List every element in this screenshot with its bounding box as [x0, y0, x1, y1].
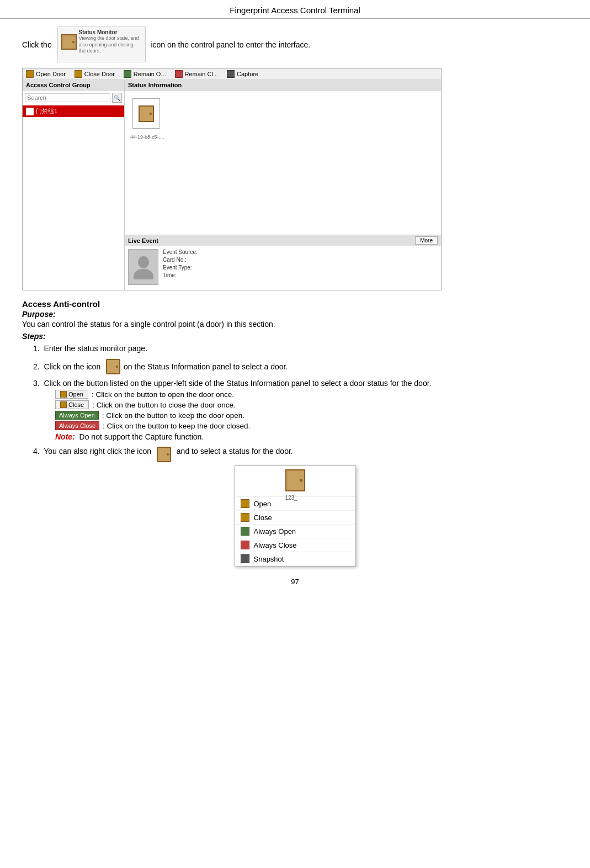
- step1: 1. Enter the status monitor page.: [33, 343, 568, 354]
- door-card[interactable]: [132, 98, 160, 129]
- purpose-text: You can control the status for a single …: [22, 320, 568, 329]
- button-item-always-close: Always Close : Click on the button to ke…: [55, 421, 568, 430]
- open-btn-label: Open: [55, 390, 88, 399]
- cm-door-icon: [285, 469, 305, 491]
- open-door-btn[interactable]: Open Door: [36, 71, 66, 77]
- cm-header-inner: 123_: [285, 469, 305, 493]
- svg-point-0: [138, 256, 149, 268]
- always-close-btn-label: Always Close: [55, 421, 99, 430]
- interface-screenshot: Open Door Close Door Remain O... Remain …: [22, 68, 442, 290]
- group-item[interactable]: 门禁组1: [23, 105, 124, 117]
- button-list: Open : Click on the button to open the d…: [55, 390, 568, 430]
- close-btn-icon: [60, 401, 67, 408]
- event-info: Event Source: Card No.: Event Type: Time…: [158, 249, 198, 287]
- capture-btn[interactable]: Capture: [237, 71, 258, 77]
- door-image: [139, 105, 154, 122]
- cm-always-open-icon: [241, 527, 249, 536]
- cm-item-snapshot[interactable]: Snapshot: [235, 552, 355, 566]
- always-open-btn-label: Always Open: [55, 411, 99, 420]
- open-btn-icon: [60, 391, 67, 398]
- remain-close-btn[interactable]: Remain Cl...: [185, 71, 219, 77]
- avatar-placeholder: [128, 249, 158, 285]
- live-event-bar: Live Event More: [125, 235, 441, 246]
- live-event-content: Event Source: Card No.: Event Type: Time…: [125, 246, 441, 290]
- card-no-label: Card No.:: [163, 257, 198, 263]
- event-type-label: Event Type:: [163, 264, 198, 271]
- page-number: 97: [22, 578, 568, 586]
- steps-label: Steps:: [22, 332, 568, 341]
- cm-door-label: 123_: [285, 495, 297, 501]
- search-icon[interactable]: 🔍: [112, 93, 122, 103]
- interface-toolbar: Open Door Close Door Remain O... Remain …: [23, 68, 441, 80]
- left-panel: Access Control Group 🔍 门禁组1: [23, 80, 125, 290]
- icon-desc-text: icon on the control panel to enter the i…: [151, 40, 310, 49]
- note: Note: Do not support the Capture functio…: [55, 432, 568, 441]
- context-menu-header: 123_: [235, 466, 355, 497]
- section-heading: Access Anti-control: [22, 299, 568, 309]
- cm-close-icon: [241, 513, 249, 522]
- page-title: Fingerprint Access Control Terminal: [0, 0, 590, 19]
- button-item-always-open: Always Open : Click on the button to kee…: [55, 411, 568, 420]
- door-mac: 44-19-b8-c5-:...: [128, 133, 438, 141]
- purpose-label: Purpose:: [22, 310, 568, 319]
- cm-item-always-close[interactable]: Always Close: [235, 538, 355, 552]
- event-source-label: Event Source:: [163, 249, 198, 255]
- status-monitor-icon: Status Monitor Viewing the door state, a…: [57, 27, 146, 62]
- more-button[interactable]: More: [415, 236, 438, 245]
- group-item-icon: [26, 108, 34, 115]
- cm-snapshot-icon: [241, 554, 249, 563]
- right-panel: Status Information 44-19-b8-c5-:... Live…: [125, 80, 441, 290]
- step3: 3. Click on the button listed on the upp…: [33, 379, 568, 388]
- door-icon-step2: [106, 359, 120, 374]
- cm-open-icon: [241, 499, 249, 508]
- right-panel-title: Status Information: [125, 80, 441, 91]
- close-door-btn[interactable]: Close Door: [84, 71, 115, 77]
- cm-item-always-open[interactable]: Always Open: [235, 525, 355, 538]
- context-menu-items: Open Close Always Open Always Close Snap…: [235, 497, 355, 566]
- context-menu-popup: 123_ Open Close Always Open Al: [235, 465, 356, 567]
- step4: 4. You can also right click the icon and…: [33, 447, 568, 462]
- note-label: Note:: [55, 432, 75, 441]
- button-item-close: Close : Click on the button to close the…: [55, 400, 568, 409]
- cm-item-close[interactable]: Close: [235, 511, 355, 525]
- left-panel-title: Access Control Group: [23, 80, 124, 91]
- cm-always-close-icon: [241, 541, 249, 549]
- time-label: Time:: [163, 272, 198, 278]
- note-text: Do not support the Capture function.: [79, 432, 204, 441]
- search-bar: 🔍: [23, 91, 124, 105]
- close-btn-label: Close: [55, 400, 89, 409]
- interface-body: Access Control Group 🔍 门禁组1 Status Infor…: [23, 80, 441, 290]
- button-item-open: Open : Click on the button to open the d…: [55, 390, 568, 399]
- sm-title: Status Monitor: [79, 29, 142, 35]
- context-menu-container: 123_ Open Close Always Open Al: [207, 465, 384, 567]
- click-the-text: Click the: [22, 40, 52, 49]
- intro-line: Click the Status Monitor Viewing the doo…: [22, 27, 568, 62]
- svg-point-1: [134, 269, 153, 279]
- search-input[interactable]: [25, 93, 110, 102]
- door-icon-step4: [157, 447, 171, 462]
- live-event-label: Live Event: [128, 237, 158, 244]
- remain-open-btn[interactable]: Remain O...: [134, 71, 166, 77]
- step2: 2. Click on the icon on the Status Infor…: [33, 359, 568, 374]
- sm-desc: Viewing the door state, and also opening…: [79, 35, 142, 55]
